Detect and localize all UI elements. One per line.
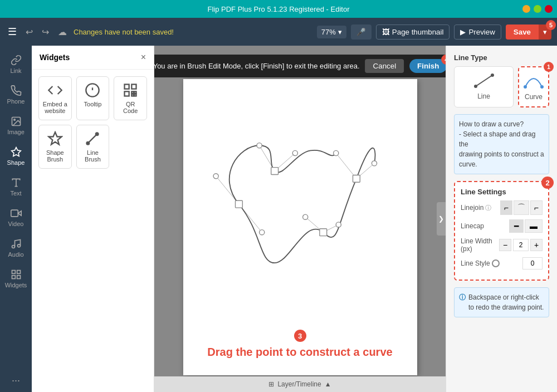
line-type-curve[interactable]: Curve bbox=[518, 66, 549, 107]
line-width-control: − + bbox=[499, 239, 543, 251]
save-group: Save ▾ 5 bbox=[506, 24, 551, 40]
line-style-row: Line Style bbox=[461, 257, 543, 270]
left-sidebar: Link Phone Image Shape Text Video Audio bbox=[0, 46, 32, 392]
svg-marker-2 bbox=[11, 148, 21, 156]
sidebar-item-phone[interactable]: Phone bbox=[2, 81, 30, 109]
linejoin-miter-button[interactable]: ⌐ bbox=[500, 200, 512, 215]
svg-rect-17 bbox=[131, 85, 136, 89]
tooltip-icon bbox=[85, 82, 100, 98]
sidebar-item-text[interactable]: Text bbox=[2, 173, 30, 201]
canvas-area[interactable]: You are in Brush Edit Mode, click [Finis… bbox=[154, 46, 446, 392]
line-style-label: Line Style bbox=[461, 259, 520, 267]
finish-button[interactable]: Finish 4 bbox=[409, 59, 446, 73]
line-style-control bbox=[522, 257, 543, 270]
sidebar-video-label: Video bbox=[8, 220, 24, 227]
sidebar-item-shape[interactable]: Shape bbox=[2, 142, 30, 170]
widget-embed-website[interactable]: Embed a website bbox=[38, 76, 72, 120]
link-icon bbox=[11, 55, 22, 66]
embed-website-icon bbox=[47, 82, 63, 98]
svg-rect-6 bbox=[11, 210, 17, 217]
widget-line-brush[interactable]: Line Brush bbox=[76, 125, 110, 169]
backspace-info-icon: ⓘ bbox=[459, 292, 466, 302]
svg-point-40 bbox=[259, 230, 264, 235]
linecap-row: Linecap ━ ▬ bbox=[461, 219, 543, 233]
save-button[interactable]: Save bbox=[506, 24, 539, 40]
widget-qr-label: QR Code bbox=[118, 101, 143, 114]
linecap-square-button[interactable]: ▬ bbox=[525, 219, 543, 233]
linejoin-info-icon: ⓘ bbox=[485, 204, 491, 212]
linejoin-bevel-button[interactable]: ⌐ bbox=[530, 200, 543, 215]
qr-code-icon bbox=[123, 82, 138, 98]
layer-timeline-bar[interactable]: ⊞ Layer/Timeline ▲ bbox=[154, 376, 446, 392]
undo-button[interactable]: ↩ bbox=[23, 24, 35, 40]
settings-step-badge: 2 bbox=[541, 177, 554, 189]
svg-rect-10 bbox=[17, 271, 20, 274]
linejoin-round-button[interactable]: ⌒ bbox=[514, 200, 529, 215]
curve-info-line1: How to draw a curve? bbox=[459, 119, 544, 129]
text-icon bbox=[11, 177, 22, 188]
line-option-label: Line bbox=[477, 92, 490, 100]
phone-icon bbox=[11, 85, 22, 96]
line-type-title: Line Type bbox=[454, 53, 549, 62]
cancel-button[interactable]: Cancel bbox=[365, 59, 404, 73]
svg-rect-35 bbox=[235, 200, 242, 208]
zoom-control[interactable]: 77% ▾ bbox=[317, 26, 346, 38]
brush-edit-banner: You are in Brush Edit Mode, click [Finis… bbox=[154, 55, 446, 77]
svg-rect-12 bbox=[12, 276, 15, 279]
cloud-button[interactable]: ☁ bbox=[56, 24, 69, 40]
svg-rect-18 bbox=[125, 91, 129, 96]
curve-option-label: Curve bbox=[525, 93, 543, 101]
svg-point-25 bbox=[87, 142, 90, 145]
menu-button[interactable]: ☰ bbox=[6, 23, 19, 40]
svg-line-33 bbox=[336, 153, 356, 179]
widget-embed-label: Embed a website bbox=[42, 101, 68, 114]
line-style-input[interactable] bbox=[522, 257, 543, 270]
zoom-dropdown-icon: ▾ bbox=[338, 28, 342, 36]
page-thumbnail-label: Page thumbnail bbox=[392, 28, 444, 36]
widget-qr-code[interactable]: QR Code bbox=[114, 76, 147, 120]
app-title: Flip PDF Plus Pro 5.1.23 Registered - Ed… bbox=[207, 5, 349, 13]
more-options-button[interactable]: ··· bbox=[6, 369, 26, 392]
widget-line-brush-label: Line Brush bbox=[80, 149, 106, 163]
preview-button[interactable]: ▶ Preview bbox=[454, 24, 501, 40]
page-thumbnail-button[interactable]: 🖼 Page thumbnail bbox=[376, 24, 450, 40]
svg-rect-16 bbox=[125, 85, 129, 89]
sidebar-item-image[interactable]: Image bbox=[2, 111, 30, 140]
redo-button[interactable]: ↪ bbox=[40, 24, 51, 40]
backspace-info-text: Backspace or right-click to redo the dra… bbox=[468, 292, 544, 312]
svg-line-34 bbox=[356, 163, 374, 179]
line-type-line[interactable]: Line bbox=[454, 66, 514, 107]
widgets-icon bbox=[11, 269, 22, 280]
preview-label: Preview bbox=[468, 28, 495, 36]
sidebar-item-audio[interactable]: Audio bbox=[2, 234, 30, 262]
right-panel: Line Type Line bbox=[446, 46, 557, 392]
width-decrease-button[interactable]: − bbox=[499, 239, 511, 251]
line-brush-icon bbox=[85, 131, 100, 146]
sidebar-audio-label: Audio bbox=[8, 251, 23, 258]
audio-icon bbox=[11, 238, 22, 249]
widget-tooltip-label: Tooltip bbox=[84, 101, 102, 107]
widget-shape-brush[interactable]: Shape Brush bbox=[38, 125, 72, 169]
svg-line-27 bbox=[216, 176, 238, 204]
line-width-input[interactable] bbox=[513, 239, 529, 251]
svg-point-7 bbox=[12, 246, 14, 248]
scroll-right-handle[interactable]: ❯ bbox=[437, 202, 446, 236]
svg-rect-38 bbox=[353, 175, 360, 182]
maximize-button[interactable] bbox=[534, 5, 541, 13]
mic-button[interactable]: 🎤 bbox=[351, 24, 372, 40]
backspace-info-box: ⓘ Backspace or right-click to redo the d… bbox=[454, 287, 549, 317]
widgets-close-button[interactable]: × bbox=[141, 52, 146, 62]
linecap-butt-button[interactable]: ━ bbox=[509, 219, 524, 233]
line-type-options: Line Curve 1 bbox=[454, 66, 549, 107]
svg-point-26 bbox=[96, 133, 99, 136]
main-area: Link Phone Image Shape Text Video Audio bbox=[0, 46, 557, 392]
minimize-button[interactable] bbox=[522, 5, 530, 13]
close-button[interactable] bbox=[545, 5, 553, 13]
sidebar-item-widgets[interactable]: Widgets bbox=[2, 264, 30, 293]
widget-tooltip[interactable]: Tooltip bbox=[76, 76, 110, 120]
sidebar-item-link[interactable]: Link bbox=[2, 50, 30, 79]
sidebar-image-label: Image bbox=[7, 129, 25, 135]
width-increase-button[interactable]: + bbox=[530, 239, 543, 251]
line-settings-section: 2 Line Settings Linejoin ⓘ ⌐ ⌒ ⌐ Linecap… bbox=[454, 181, 549, 281]
sidebar-item-video[interactable]: Video bbox=[2, 203, 30, 232]
